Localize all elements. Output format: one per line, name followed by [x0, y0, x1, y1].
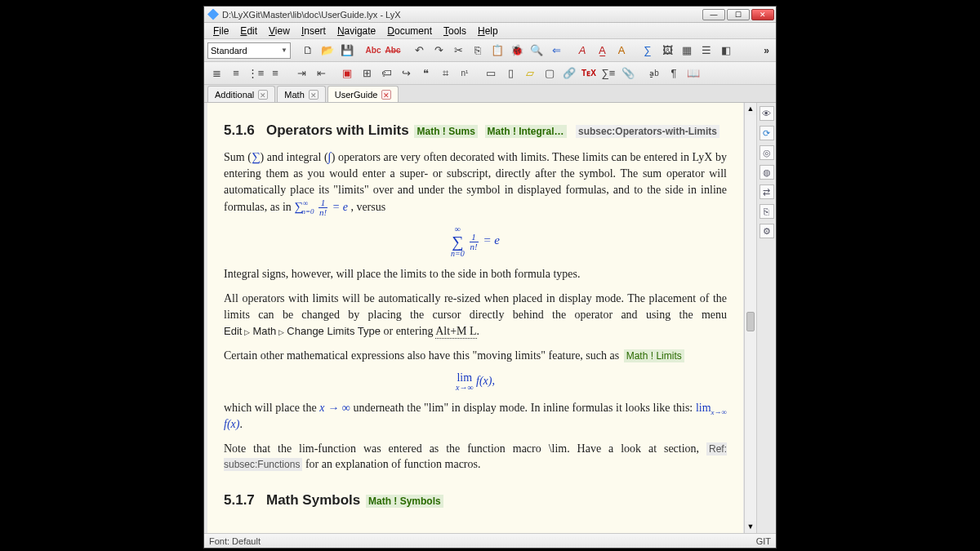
paragraph-style-value: Standard — [211, 46, 247, 56]
thesaurus-icon[interactable]: 📖 — [684, 64, 702, 82]
list-bullet-icon[interactable]: ≣ — [207, 64, 225, 82]
display-math[interactable]: ∞ ∑ n=0 1n! = e — [224, 225, 727, 258]
insert-nomencl-icon[interactable]: n¹ — [456, 64, 474, 82]
scroll-up-icon[interactable]: ▲ — [745, 103, 756, 115]
insert-box-icon[interactable]: ▢ — [541, 64, 559, 82]
close-tab-icon[interactable]: ✕ — [258, 90, 268, 100]
window-title: D:\LyXGit\Master\lib\doc\UserGuide.lyx -… — [222, 10, 702, 20]
tab-additional[interactable]: Additional ✕ — [207, 86, 275, 102]
spellcheck-continuous-icon[interactable]: Abc — [384, 42, 402, 60]
new-file-icon[interactable]: 🗋 — [299, 42, 317, 60]
list-number-icon[interactable]: ≡ — [227, 64, 245, 82]
scroll-down-icon[interactable]: ▼ — [745, 521, 756, 533]
refresh-icon[interactable]: ⟳ — [760, 126, 774, 140]
indent-inc-icon[interactable]: ⇥ — [292, 64, 310, 82]
tab-math[interactable]: Math ✕ — [277, 86, 325, 102]
menu-edit[interactable]: Edit — [234, 24, 263, 38]
navigate-back-icon[interactable]: ⇐ — [547, 42, 565, 60]
paragraph-style-combo[interactable]: Standard ▼ — [207, 42, 291, 59]
tex-icon[interactable]: TᴇX — [580, 64, 598, 82]
paragraph[interactable]: Note that the lim-function was entered a… — [224, 441, 727, 473]
insert-tabular-icon[interactable]: ⊞ — [358, 64, 376, 82]
insert-table-icon[interactable]: ▦ — [678, 42, 696, 60]
open-file-icon[interactable]: 📂 — [318, 42, 336, 60]
char-dialog-icon[interactable]: a̱b — [645, 64, 663, 82]
status-bar: Font: Default GIT — [204, 533, 776, 548]
menu-tools[interactable]: Tools — [438, 24, 472, 38]
copy-icon[interactable]: ⎘ — [469, 42, 487, 60]
scrollbar-thumb[interactable] — [746, 312, 755, 331]
menu-navigate[interactable]: Navigate — [332, 24, 381, 38]
close-tab-icon[interactable]: ✕ — [381, 90, 391, 100]
insert-label-icon[interactable]: 🏷 — [377, 64, 395, 82]
label-inset[interactable]: subsec:Operators-with-Limits — [576, 125, 719, 138]
index-inset[interactable]: Math ! Integral… — [485, 125, 567, 138]
export-icon[interactable]: ⎘ — [760, 204, 774, 219]
tab-label: Additional — [215, 90, 254, 100]
find-icon[interactable]: 🐞 — [508, 42, 526, 60]
view-master-icon[interactable]: ◎ — [760, 145, 774, 160]
paragraph[interactable]: which will place the x → ∞ underneath th… — [224, 400, 727, 433]
indent-dec-icon[interactable]: ⇤ — [312, 64, 330, 82]
toolbar-overflow[interactable]: » — [760, 45, 773, 56]
insert-note-icon[interactable]: ▱ — [521, 64, 539, 82]
paragraph[interactable]: Integral signs, however, will place the … — [224, 266, 727, 282]
paragraph[interactable]: Sum (∑) and integral (∫) operators are v… — [224, 149, 727, 217]
close-tab-icon[interactable]: ✕ — [309, 90, 318, 100]
document-body[interactable]: 5.1.6 Operators with Limits Math ! Sums … — [207, 103, 743, 533]
section-title: Operators with Limits — [266, 122, 409, 138]
insert-footnote-icon[interactable]: ▭ — [482, 64, 500, 82]
close-button[interactable]: ✕ — [751, 9, 774, 20]
para-dialog-icon[interactable]: ¶ — [665, 64, 683, 82]
redo-icon[interactable]: ↷ — [430, 42, 448, 60]
update-master-icon[interactable]: ◍ — [760, 165, 774, 180]
maximize-button[interactable]: ☐ — [727, 9, 750, 20]
titlebar: D:\LyXGit\Master\lib\doc\UserGuide.lyx -… — [204, 7, 776, 23]
view-icon[interactable]: 👁 — [760, 106, 774, 121]
math-sigma-icon[interactable]: ∑ — [639, 42, 657, 60]
tab-userguide[interactable]: UserGuide ✕ — [327, 86, 399, 102]
spellcheck-icon[interactable]: Abc — [364, 42, 382, 60]
menu-view[interactable]: View — [263, 24, 296, 38]
inline-math[interactable]: ∑∞n=0 1n! = e — [294, 201, 350, 213]
cut-icon[interactable]: ✂ — [449, 42, 467, 60]
outline-icon[interactable]: ☰ — [697, 42, 715, 60]
emph-icon[interactable]: A — [573, 42, 591, 60]
insert-ref-icon[interactable]: ↪ — [397, 64, 415, 82]
index-inset[interactable]: Math ! Sums — [414, 125, 477, 138]
insert-figure-icon[interactable]: ▣ — [338, 64, 356, 82]
apply-style-icon[interactable]: A — [612, 42, 630, 60]
save-file-icon[interactable]: 💾 — [338, 42, 356, 60]
section-title: Math Symbols — [266, 492, 360, 508]
insert-citation-icon[interactable]: ❝ — [416, 64, 434, 82]
index-inset[interactable]: Math ! Limits — [624, 349, 684, 362]
insert-marginnote-icon[interactable]: ▯ — [501, 64, 519, 82]
index-inset[interactable]: Math ! Symbols — [366, 495, 443, 508]
list-item-icon[interactable]: ⋮≡ — [247, 64, 265, 82]
menu-insert[interactable]: Insert — [296, 24, 332, 38]
menu-file[interactable]: File — [207, 24, 234, 38]
vertical-scrollbar[interactable]: ▲ ▼ — [744, 103, 756, 533]
toggle-button-icon[interactable]: ◧ — [717, 42, 735, 60]
undo-icon[interactable]: ↶ — [410, 42, 428, 60]
paste-icon[interactable]: 📋 — [488, 42, 506, 60]
sync-icon[interactable]: ⇄ — [760, 184, 774, 199]
attachment-icon[interactable]: 📎 — [619, 64, 637, 82]
paragraph[interactable]: All operators with limits will be automa… — [224, 291, 727, 340]
menu-document[interactable]: Document — [381, 24, 438, 38]
math-display-icon[interactable]: ∑≡ — [599, 64, 617, 82]
menu-help[interactable]: Help — [472, 24, 504, 38]
section-heading: 5.1.6 Operators with Limits Math ! Sums … — [224, 121, 727, 140]
noun-icon[interactable]: A̲ — [593, 42, 611, 60]
inline-math[interactable]: x → ∞ — [319, 402, 350, 414]
display-math[interactable]: lim x→∞ f(x), — [224, 372, 727, 392]
insert-index-icon[interactable]: ⌗ — [436, 64, 454, 82]
paragraph[interactable]: Certain other mathematical expressions a… — [224, 348, 727, 364]
settings-icon[interactable]: ⚙ — [760, 224, 774, 238]
list-desc-icon[interactable]: ≡ — [266, 64, 284, 82]
insert-image-icon[interactable]: 🖼 — [658, 42, 676, 60]
insert-url-icon[interactable]: 🔗 — [560, 64, 578, 82]
minimize-button[interactable]: — — [702, 9, 725, 20]
search-icon[interactable]: 🔍 — [528, 42, 546, 60]
chevron-down-icon: ▼ — [281, 47, 287, 54]
